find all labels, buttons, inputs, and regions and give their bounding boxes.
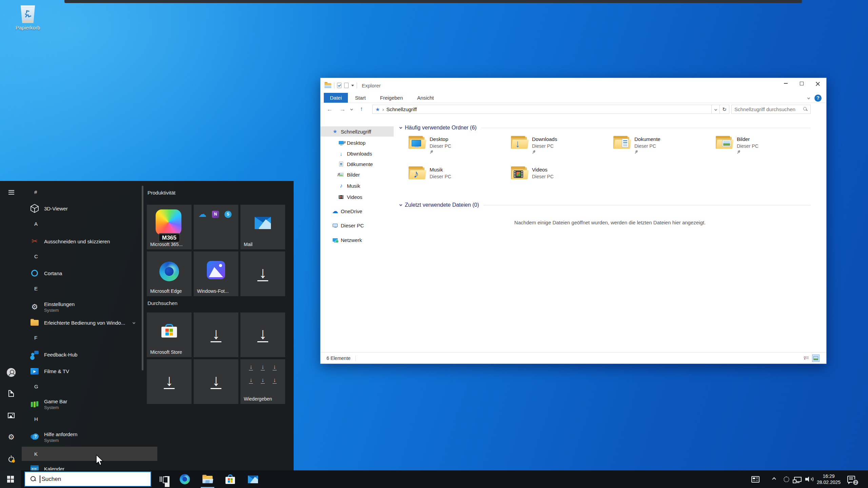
app-item-3d-viewer[interactable]: 3D-Viewer xyxy=(22,202,157,215)
app-item-filme-tv[interactable]: ▶ Filme & TV xyxy=(22,364,157,378)
tile-pending-download[interactable]: ↓ xyxy=(240,251,285,296)
breadcrumb-location[interactable]: Schnellzugriff xyxy=(386,106,417,112)
back-button[interactable]: ← xyxy=(325,104,334,114)
tab-freigeben[interactable]: Freigeben xyxy=(373,93,410,103)
documents-button[interactable] xyxy=(7,389,16,398)
search-box[interactable]: Schnellzugriff durchsuchen xyxy=(731,105,811,114)
tile-office-group[interactable]: ☁ N S xyxy=(194,205,238,249)
sidebar-item-bilder[interactable]: Bilder xyxy=(320,169,394,180)
taskbar-mail-button[interactable] xyxy=(245,470,260,488)
app-list-scrollbar[interactable] xyxy=(142,186,143,370)
settings-button[interactable]: ⚙ xyxy=(7,433,16,442)
action-center-button[interactable]: 2 xyxy=(844,470,859,488)
folder-item-desktop[interactable]: DesktopDieser PC xyxy=(409,135,507,160)
app-item-feedback-hub[interactable]: Feedback-Hub xyxy=(22,348,157,361)
section-letter[interactable]: F xyxy=(34,335,37,341)
tile-microsoft-365[interactable]: M365 Microsoft 365... xyxy=(147,205,192,249)
recycle-bin-desktop-icon[interactable]: Papierkorb xyxy=(15,5,41,30)
tile-pending-download[interactable]: ↓ xyxy=(194,312,238,357)
properties-button-icon[interactable] xyxy=(337,83,341,88)
power-button[interactable] xyxy=(7,455,16,464)
close-button[interactable] xyxy=(810,78,826,89)
task-view-button[interactable] xyxy=(157,470,172,488)
details-view-button[interactable] xyxy=(803,354,810,362)
taskbar-search-box[interactable]: Suchen xyxy=(24,471,151,487)
app-item-ausschneiden[interactable]: ✂ Ausschneiden und skizzieren xyxy=(22,235,157,248)
search-icon[interactable] xyxy=(803,107,808,111)
video-icon xyxy=(338,195,344,199)
minimize-button[interactable] xyxy=(778,78,794,89)
thumbnails-view-button[interactable] xyxy=(812,354,820,362)
help-button[interactable]: ? xyxy=(814,95,822,102)
up-button[interactable]: ↑ xyxy=(357,104,366,114)
sidebar-item-schnellzugriff[interactable]: ★ Schnellzugriff xyxy=(320,126,394,137)
app-item-hilfe-anfordern[interactable]: ? Hilfe anfordernSystem xyxy=(22,428,157,446)
network-status-button[interactable] xyxy=(792,470,804,488)
customize-toolbar-chevron-icon[interactable] xyxy=(351,85,354,86)
volume-button[interactable] xyxy=(804,470,815,488)
taskbar-edge-button[interactable] xyxy=(177,470,192,488)
section-letter-row-k[interactable]: K xyxy=(22,447,157,461)
folder-item-downloads[interactable]: ↓ DownloadsDieser PC xyxy=(511,135,609,160)
tab-start[interactable]: Start xyxy=(348,93,373,103)
sidebar-item-dieser-pc[interactable]: Dieser PC xyxy=(320,220,394,230)
section-letter[interactable]: G xyxy=(34,384,38,389)
collapse-chevron-icon[interactable] xyxy=(399,203,402,206)
tile-group-title[interactable]: Durchsuchen xyxy=(147,300,177,306)
new-folder-button-icon[interactable] xyxy=(344,83,349,88)
sidebar-item-videos[interactable]: Videos xyxy=(320,192,394,202)
expand-ribbon-chevron-icon[interactable] xyxy=(807,97,810,99)
group-header-recent[interactable]: Zuletzt verwendete Dateien (0) xyxy=(400,202,811,208)
tile-wiedergeben-group[interactable]: ↓ ↓ ↓ ↓ ↓ ↓ Wiedergeben xyxy=(240,359,285,404)
folder-item-bilder[interactable]: BilderDieser PC xyxy=(716,135,814,160)
tile-group-title[interactable]: Produktivität xyxy=(147,190,176,196)
news-interests-button[interactable] xyxy=(748,470,763,488)
address-bar[interactable]: ★ › Schnellzugriff xyxy=(372,105,712,114)
address-dropdown-button[interactable] xyxy=(712,105,720,114)
tile-microsoft-store[interactable]: Microsoft Store xyxy=(147,312,192,357)
user-account-button[interactable] xyxy=(7,368,16,377)
tile-pending-download[interactable]: ↓ xyxy=(240,312,285,357)
title-bar[interactable]: Explorer xyxy=(320,78,826,93)
folder-item-musik[interactable]: ♪ MusikDieser PC xyxy=(409,166,507,190)
taskbar-clock[interactable]: 16:29 28.02.2025 xyxy=(815,470,842,488)
taskbar-store-button[interactable] xyxy=(223,470,238,488)
maximize-button[interactable] xyxy=(794,78,810,89)
recent-locations-chevron[interactable] xyxy=(349,104,354,114)
tile-pending-download[interactable]: ↓ xyxy=(194,359,238,404)
menu-button[interactable] xyxy=(7,188,16,197)
section-letter[interactable]: E xyxy=(34,286,38,291)
app-item-game-bar[interactable]: Game BarSystem xyxy=(22,395,157,413)
sidebar-item-musik[interactable]: ♪ Musik xyxy=(320,181,394,191)
tile-microsoft-edge[interactable]: Microsoft Edge xyxy=(147,251,192,296)
tab-ansicht[interactable]: Ansicht xyxy=(410,93,441,103)
sidebar-item-dokumente[interactable]: Dokumente xyxy=(320,159,394,169)
folder-item-dokumente[interactable]: DokumenteDieser PC xyxy=(613,135,712,160)
app-item-einstellungen[interactable]: ⚙ EinstellungenSystem xyxy=(22,298,157,316)
collapse-chevron-icon[interactable] xyxy=(399,126,402,128)
folder-item-videos[interactable]: VideosDieser PC xyxy=(511,166,609,190)
forward-button[interactable]: → xyxy=(338,104,347,114)
sidebar-item-downloads[interactable]: ↓ Downloads xyxy=(320,148,394,159)
app-item-cortana[interactable]: Cortana xyxy=(22,266,157,280)
sidebar-item-netzwerk[interactable]: Netzwerk xyxy=(320,235,394,245)
taskbar-explorer-button[interactable] xyxy=(200,470,215,488)
app-item-erleichterte-bedienung[interactable]: Erleichterte Bedienung von Windo... xyxy=(22,316,157,329)
section-letter[interactable]: A xyxy=(34,221,38,227)
group-header-frequent[interactable]: Häufig verwendete Ordner (6) xyxy=(400,125,811,131)
sidebar-item-onedrive[interactable]: ☁ OneDrive xyxy=(320,206,394,216)
tile-mail[interactable]: Mail xyxy=(240,205,285,249)
tab-datei[interactable]: Datei xyxy=(324,93,348,103)
section-letter[interactable]: C xyxy=(34,253,38,259)
section-letter[interactable]: # xyxy=(34,189,37,195)
app-item-kalender[interactable]: Kalender xyxy=(22,462,157,470)
pictures-button[interactable] xyxy=(7,411,16,420)
refresh-button[interactable]: ↻ xyxy=(720,105,729,114)
section-letter[interactable]: H xyxy=(34,416,38,422)
sidebar-item-desktop[interactable]: Desktop xyxy=(320,138,394,148)
tile-windows-fotos[interactable]: Windows-Fot... xyxy=(194,251,238,296)
tray-sync-status-button[interactable] xyxy=(781,470,791,488)
tile-pending-download[interactable]: ↓ xyxy=(147,359,192,404)
show-hidden-icons-button[interactable] xyxy=(769,470,779,488)
start-button[interactable] xyxy=(0,470,21,488)
